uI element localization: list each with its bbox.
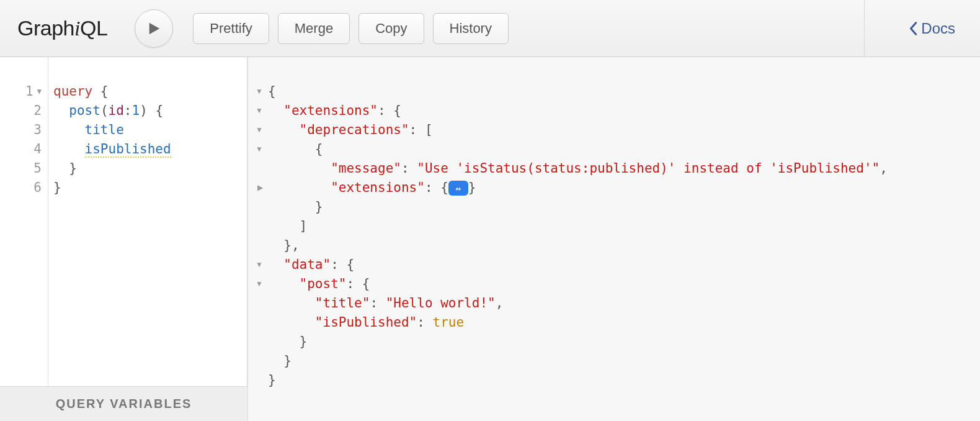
toolbar: GraphiQL Prettify Merge Copy History Doc… bbox=[0, 0, 980, 57]
line-gutter: 1▼ 2 3 4 5 6 bbox=[0, 57, 48, 386]
history-button[interactable]: History bbox=[433, 13, 509, 44]
docs-toggle[interactable]: Docs bbox=[901, 15, 963, 42]
app-logo: GraphiQL bbox=[17, 16, 107, 40]
merge-button[interactable]: Merge bbox=[278, 13, 350, 44]
execute-button[interactable] bbox=[135, 9, 173, 48]
chevron-left-icon bbox=[909, 21, 917, 36]
play-icon bbox=[147, 20, 161, 37]
query-variables-bar[interactable]: Query Variables bbox=[0, 386, 247, 421]
result-json[interactable]: { "extensions": { "deprecations": [ { "m… bbox=[265, 57, 980, 421]
divider bbox=[864, 0, 865, 57]
result-pane: ▼▼▼▼▶▼▼ { "extensions": { "deprecations"… bbox=[248, 57, 980, 421]
query-editor[interactable]: 1▼ 2 3 4 5 6 query { post(id:1) { title … bbox=[0, 57, 247, 386]
deprecated-field: isPublished bbox=[85, 142, 171, 158]
prettify-button[interactable]: Prettify bbox=[193, 13, 269, 44]
query-editor-pane: 1▼ 2 3 4 5 6 query { post(id:1) { title … bbox=[0, 57, 248, 421]
query-variables-label: Query Variables bbox=[56, 397, 192, 411]
copy-button[interactable]: Copy bbox=[359, 13, 424, 44]
query-code[interactable]: query { post(id:1) { title isPublished }… bbox=[48, 57, 247, 386]
result-fold-gutter: ▼▼▼▼▶▼▼ bbox=[248, 57, 265, 421]
docs-label: Docs bbox=[921, 20, 955, 37]
expand-collapsed-icon[interactable]: ↔ bbox=[448, 181, 468, 196]
main-area: 1▼ 2 3 4 5 6 query { post(id:1) { title … bbox=[0, 57, 980, 421]
